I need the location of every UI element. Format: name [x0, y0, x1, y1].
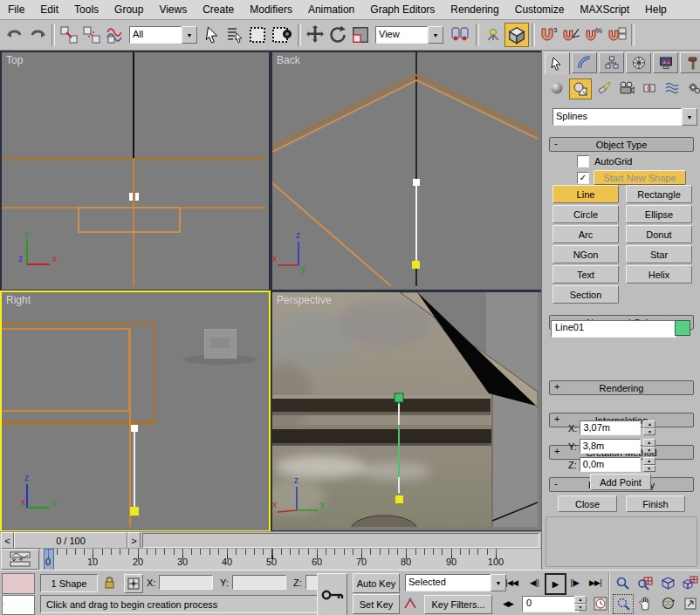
keyboard-shortcut-override-toggle[interactable] — [317, 573, 347, 615]
bind-to-space-warp-button[interactable] — [103, 24, 126, 46]
start-new-shape-checkbox[interactable]: ✓ — [577, 172, 589, 184]
select-and-rotate-button[interactable] — [326, 24, 349, 46]
button-rectangle[interactable]: Rectangle — [626, 185, 692, 203]
tab-modify[interactable] — [572, 52, 597, 73]
time-slider-track[interactable] — [142, 533, 539, 548]
select-by-name-button[interactable] — [223, 24, 246, 46]
selection-filter-dropdown[interactable]: All ▼ — [129, 26, 197, 44]
object-name-field[interactable]: Line01 — [551, 320, 676, 338]
close-button[interactable]: Close — [558, 495, 617, 512]
coord-y-field[interactable] — [232, 575, 286, 590]
use-pivot-point-center-button[interactable] — [447, 24, 473, 46]
viewport-back-label[interactable]: Back — [277, 54, 300, 66]
button-ellipse[interactable]: Ellipse — [626, 205, 692, 223]
zoom-all-button[interactable] — [635, 574, 655, 592]
dropdown-arrow-icon[interactable]: ▼ — [182, 26, 197, 44]
finish-button[interactable]: Finish — [626, 495, 685, 512]
undo-button[interactable] — [3, 24, 26, 46]
menu-create[interactable]: Create — [195, 1, 242, 18]
viewport-right[interactable]: Right z x y — [0, 290, 271, 532]
category-space-warps[interactable] — [662, 79, 683, 98]
button-ngon[interactable]: NGon — [552, 245, 619, 263]
tab-hierarchy[interactable] — [599, 52, 624, 73]
object-color-swatch[interactable] — [675, 320, 690, 336]
rollout-rendering-header[interactable]: + Rendering — [549, 380, 694, 395]
auto-key-button[interactable]: Auto Key — [353, 573, 400, 593]
z-spinner[interactable]: ▲▼ — [643, 457, 655, 472]
frame-spinner[interactable]: ▲▼ — [574, 596, 587, 611]
key-mode-toggle-button[interactable]: ◀▶ — [499, 598, 517, 610]
category-cameras[interactable] — [616, 79, 637, 98]
window-crossing-toggle-button[interactable] — [269, 24, 295, 46]
button-circle[interactable]: Circle — [552, 205, 619, 223]
tab-motion[interactable] — [626, 52, 651, 73]
button-donut[interactable]: Donut — [626, 225, 692, 243]
menu-animation[interactable]: Animation — [300, 1, 362, 18]
y-spinner[interactable]: ▲▼ — [643, 439, 655, 454]
redo-button[interactable] — [26, 24, 49, 46]
keyboard-x-field[interactable]: 3,07m — [580, 420, 641, 435]
mini-curve-editor-button[interactable] — [1, 549, 39, 570]
previous-frame-button[interactable]: ◀|| — [525, 576, 543, 590]
menu-customize[interactable]: Customize — [507, 1, 573, 18]
snap-toggle-button[interactable] — [504, 23, 529, 47]
button-line[interactable]: Line — [552, 185, 619, 203]
menu-group[interactable]: Group — [106, 1, 151, 18]
arc-rotate-button[interactable] — [658, 594, 677, 612]
menu-help[interactable]: Help — [637, 1, 675, 18]
absolute-offset-mode-toggle[interactable] — [124, 574, 143, 593]
time-slider-handle[interactable]: 0 / 100 — [14, 532, 127, 549]
menu-file[interactable]: File — [0, 1, 32, 18]
set-key-button[interactable]: Set Key — [353, 594, 400, 614]
spinner-snap-toggle-button[interactable] — [606, 24, 628, 46]
menu-tools[interactable]: Tools — [66, 1, 106, 18]
tab-utilities[interactable] — [680, 52, 700, 73]
track-bar[interactable]: 0 10 20 30 40 50 60 70 80 90 100 — [40, 548, 541, 571]
region-zoom-button[interactable] — [613, 594, 634, 614]
button-section[interactable]: Section — [552, 285, 619, 304]
current-frame-field[interactable]: 0 — [522, 596, 580, 612]
maxscript-mini-listener-pink[interactable] — [2, 573, 35, 594]
viewport-top[interactable]: Top y x z — [0, 51, 271, 291]
dropdown-arrow-icon[interactable]: ▼ — [682, 108, 697, 126]
start-new-shape-button[interactable]: Start New Shape — [594, 170, 686, 185]
select-and-scale-button[interactable] — [349, 24, 372, 46]
zoom-extents-button[interactable] — [658, 574, 677, 592]
viewport-perspective-label[interactable]: Perspective — [277, 294, 332, 306]
button-helix[interactable]: Helix — [626, 265, 692, 284]
category-geometry[interactable] — [546, 79, 567, 98]
zoom-button[interactable] — [613, 574, 632, 592]
category-shapes[interactable] — [569, 79, 592, 99]
play-button[interactable]: ▶ — [545, 573, 566, 595]
menu-edit[interactable]: Edit — [32, 1, 66, 18]
add-point-button[interactable]: Add Point — [590, 474, 651, 490]
unlink-selection-button[interactable] — [80, 24, 103, 46]
time-slider-prev-button[interactable]: < — [1, 532, 14, 549]
autogrid-checkbox[interactable] — [577, 155, 589, 167]
rectangular-selection-region-button[interactable] — [246, 24, 269, 46]
keyboard-z-field[interactable]: 0,0m — [580, 457, 641, 472]
time-slider-next-button[interactable]: > — [127, 532, 141, 549]
pan-view-button[interactable] — [635, 594, 655, 612]
button-text[interactable]: Text — [552, 265, 619, 284]
snap-toggle-3d-button[interactable]: 3 — [538, 24, 560, 46]
key-filters-button[interactable]: Key Filters... — [424, 595, 492, 614]
percent-snap-toggle-button[interactable]: % — [583, 24, 606, 46]
menu-maxscript[interactable]: MAXScript — [572, 1, 637, 18]
new-key-default-in-out-tangents[interactable] — [401, 595, 421, 612]
selection-lock-toggle[interactable] — [101, 575, 117, 591]
tab-create[interactable] — [545, 52, 570, 75]
select-and-manipulate-button[interactable] — [482, 24, 504, 46]
go-to-start-button[interactable]: |◀◀ — [501, 576, 522, 590]
tab-display[interactable] — [653, 52, 678, 73]
select-and-link-button[interactable] — [58, 24, 80, 46]
x-spinner[interactable]: ▲▼ — [643, 420, 655, 435]
dropdown-arrow-icon[interactable]: ▼ — [428, 26, 443, 44]
subcategory-dropdown[interactable]: Splines ▼ — [552, 108, 697, 126]
menu-views[interactable]: Views — [151, 1, 195, 18]
reference-coordsys-dropdown[interactable]: View ▼ — [375, 26, 443, 44]
time-configuration-button[interactable] — [592, 595, 609, 612]
rollout-object-type-header[interactable]: - Object Type — [549, 137, 694, 152]
category-lights[interactable] — [594, 79, 614, 98]
viewport-back[interactable]: Back z x y — [271, 51, 543, 291]
